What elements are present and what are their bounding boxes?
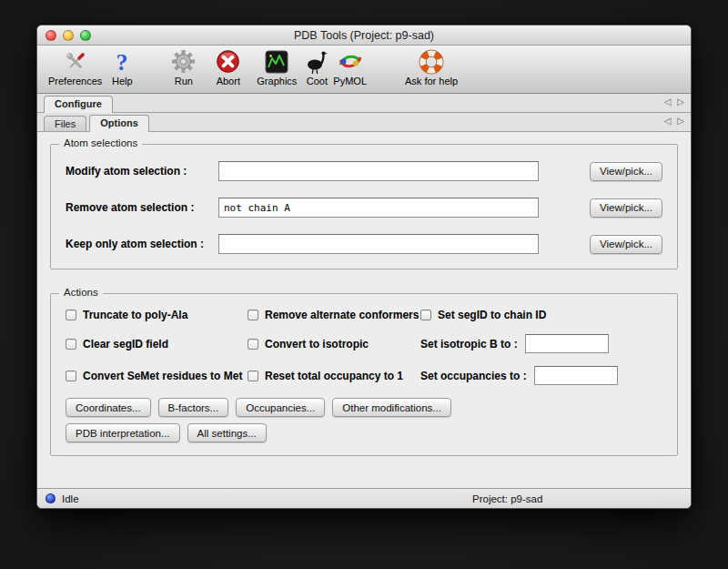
remove-alternate-conformers-checkbox[interactable] bbox=[248, 310, 258, 320]
set-occupancies-input[interactable] bbox=[534, 366, 618, 385]
set-segid-to-chain-id-label: Set segID to chain ID bbox=[438, 309, 546, 321]
keep-only-atom-selection-input[interactable] bbox=[218, 234, 539, 254]
reset-total-occupancy-label: Reset total occupancy to 1 bbox=[265, 370, 403, 382]
convert-semet-label: Convert SeMet residues to Met bbox=[83, 370, 242, 382]
abort-label: Abort bbox=[217, 76, 240, 86]
remove-atom-selection-input[interactable] bbox=[218, 198, 539, 218]
set-segid-to-chain-id-checkbox[interactable] bbox=[420, 310, 431, 320]
convert-semet-checkbox-item: Convert SeMet residues to Met bbox=[66, 366, 248, 385]
atom-selections-group-title: Atom selections bbox=[59, 137, 142, 148]
remove-view-pick-button[interactable]: View/pick... bbox=[590, 198, 662, 218]
preferences-label: Preferences bbox=[48, 76, 102, 86]
lifebuoy-icon bbox=[419, 48, 444, 75]
graphics-label: Graphics bbox=[257, 76, 297, 86]
set-segid-to-chain-id-checkbox-item: Set segID to chain ID bbox=[420, 309, 662, 321]
toolbar: Preferences ? Help bbox=[37, 46, 691, 94]
convert-semet-checkbox[interactable] bbox=[66, 371, 76, 381]
clear-segid-field-label: Clear segID field bbox=[83, 338, 168, 351]
gear-icon bbox=[171, 48, 196, 75]
title-bar: PDB Tools (Project: p9-sad) bbox=[37, 25, 691, 46]
set-isotropic-b-label: Set isotropic B to : bbox=[420, 338, 518, 351]
help-button[interactable]: ? Help bbox=[109, 48, 135, 86]
convert-to-isotropic-checkbox[interactable] bbox=[248, 339, 258, 350]
minimize-button[interactable] bbox=[63, 30, 74, 41]
convert-to-isotropic-label: Convert to isotropic bbox=[265, 338, 369, 351]
keep-only-view-pick-button[interactable]: View/pick... bbox=[590, 235, 662, 254]
ask-for-help-button[interactable]: Ask for help bbox=[405, 48, 458, 86]
status-bar: Idle Project: p9-sad bbox=[37, 488, 691, 508]
close-button[interactable] bbox=[46, 30, 56, 41]
coordinates-button[interactable]: Coordinates... bbox=[66, 398, 151, 417]
pdb-tools-window: PDB Tools (Project: p9-sad) Preferenc bbox=[36, 25, 692, 509]
actions-buttons-row-1: Coordinates... B-factors... Occupancies.… bbox=[66, 398, 662, 417]
tab-scroll-left-icon[interactable]: ◁ bbox=[664, 116, 672, 126]
tab-scroll-left-icon[interactable]: ◁ bbox=[664, 97, 672, 107]
tab-scroll-right-icon[interactable]: ▷ bbox=[677, 97, 684, 107]
other-modifications-button[interactable]: Other modifications... bbox=[332, 398, 451, 417]
project-label: Project: p9-sad bbox=[472, 493, 542, 504]
set-occupancies-field-item: Set occupancies to : bbox=[420, 366, 662, 385]
tab-configure[interactable]: Configure bbox=[44, 96, 113, 113]
status-indicator bbox=[46, 493, 56, 503]
truncate-poly-ala-checkbox-item: Truncate to poly-Ala bbox=[66, 309, 248, 321]
keep-only-atom-selection-label: Keep only atom selection : bbox=[66, 238, 218, 250]
svg-text:?: ? bbox=[116, 49, 128, 75]
clear-segid-field-checkbox-item: Clear segID field bbox=[66, 334, 248, 353]
remove-atom-selection-label: Remove atom selection : bbox=[66, 201, 218, 214]
coot-bird-icon bbox=[304, 48, 329, 75]
graphics-icon bbox=[265, 48, 288, 75]
modify-view-pick-button[interactable]: View/pick... bbox=[590, 162, 662, 181]
pymol-label: PyMOL bbox=[333, 76, 367, 86]
modify-atom-selection-input[interactable] bbox=[218, 161, 539, 181]
preferences-button[interactable]: Preferences bbox=[48, 48, 102, 86]
remove-alternate-conformers-checkbox-item: Remove alternate conformers bbox=[248, 309, 420, 321]
actions-group: Actions Truncate to poly-Ala Remove alte… bbox=[50, 293, 678, 456]
tools-icon bbox=[63, 48, 88, 75]
reset-total-occupancy-checkbox-item: Reset total occupancy to 1 bbox=[248, 366, 420, 385]
set-isotropic-b-field-item: Set isotropic B to : bbox=[420, 334, 662, 353]
clear-segid-field-checkbox[interactable] bbox=[66, 339, 76, 350]
b-factors-button[interactable]: B-factors... bbox=[158, 398, 229, 417]
abort-button[interactable]: Abort bbox=[216, 48, 240, 86]
truncate-poly-ala-checkbox[interactable] bbox=[66, 310, 76, 320]
remove-alternate-conformers-label: Remove alternate conformers bbox=[265, 309, 419, 321]
actions-group-title: Actions bbox=[59, 287, 103, 298]
set-occupancies-label: Set occupancies to : bbox=[420, 370, 527, 382]
run-label: Run bbox=[175, 76, 193, 86]
keep-only-atom-selection-row: Keep only atom selection : View/pick... bbox=[66, 229, 662, 259]
tab-files[interactable]: Files bbox=[44, 116, 86, 131]
actions-buttons-row-2: PDB interpretation... All settings... bbox=[66, 423, 662, 442]
truncate-poly-ala-label: Truncate to poly-Ala bbox=[83, 309, 187, 321]
coot-button[interactable]: Coot bbox=[304, 48, 329, 86]
all-settings-button[interactable]: All settings... bbox=[187, 423, 267, 442]
help-label: Help bbox=[112, 76, 133, 86]
pymol-icon bbox=[338, 48, 363, 75]
set-isotropic-b-input[interactable] bbox=[525, 334, 609, 353]
help-icon: ? bbox=[109, 48, 135, 75]
status-text: Idle bbox=[62, 493, 79, 504]
window-title: PDB Tools (Project: p9-sad) bbox=[294, 29, 434, 42]
ask-for-help-label: Ask for help bbox=[405, 76, 458, 86]
convert-to-isotropic-checkbox-item: Convert to isotropic bbox=[248, 334, 420, 353]
pymol-button[interactable]: PyMOL bbox=[333, 48, 367, 86]
abort-icon bbox=[216, 48, 240, 75]
modify-atom-selection-label: Modify atom selection : bbox=[66, 165, 218, 178]
reset-total-occupancy-checkbox[interactable] bbox=[248, 371, 258, 381]
remove-atom-selection-row: Remove atom selection : View/pick... bbox=[66, 192, 662, 223]
graphics-button[interactable]: Graphics bbox=[257, 48, 297, 86]
atom-selections-group: Atom selections Modify atom selection : … bbox=[50, 144, 678, 269]
run-button[interactable]: Run bbox=[171, 48, 196, 86]
pdb-interpretation-button[interactable]: PDB interpretation... bbox=[66, 423, 180, 442]
tab-scroll-right-icon[interactable]: ▷ bbox=[677, 116, 684, 126]
configure-tab-bar: Configure ◁ ▷ bbox=[37, 94, 691, 113]
coot-label: Coot bbox=[307, 76, 328, 86]
occupancies-button[interactable]: Occupancies... bbox=[236, 398, 325, 417]
files-options-tab-bar: Files Options ◁ ▷ bbox=[37, 113, 691, 132]
zoom-button[interactable] bbox=[80, 30, 91, 41]
tab-options[interactable]: Options bbox=[89, 115, 149, 132]
actions-grid: Truncate to poly-Ala Remove alternate co… bbox=[66, 309, 662, 385]
modify-atom-selection-row: Modify atom selection : View/pick... bbox=[66, 156, 662, 187]
